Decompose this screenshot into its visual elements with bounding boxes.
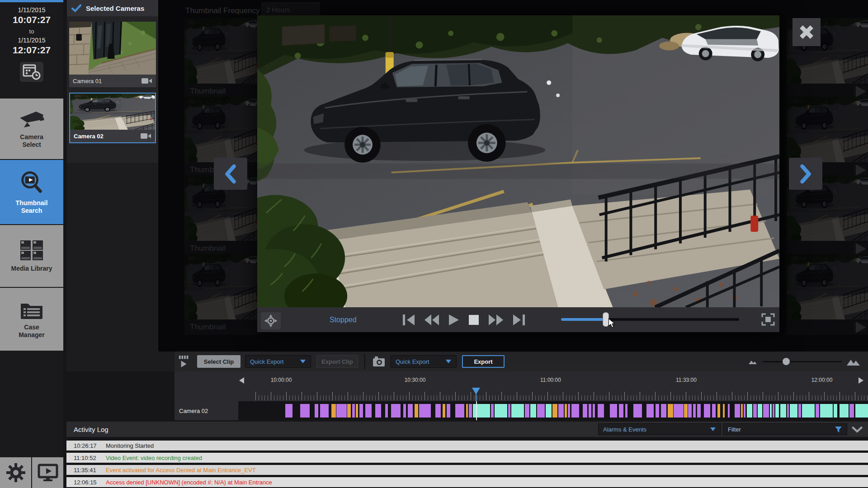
timeline-activity-segment <box>320 404 329 418</box>
previous-thumbnail-button[interactable] <box>214 158 247 190</box>
log-row[interactable]: 11:35:41 Event activated for Access Deni… <box>66 465 868 475</box>
main-sidebar: 1/11/2015 10:07:27 to 1/11/2015 12:07:27 <box>0 0 63 488</box>
timeline-activity-segment <box>717 404 720 418</box>
log-row[interactable]: 12:06:15 Access denied [UNKNOWN] (encode… <box>66 477 868 487</box>
timeline-zoom-slider[interactable] <box>763 361 842 362</box>
stop-button[interactable] <box>469 315 479 325</box>
settings-button[interactable] <box>0 457 31 488</box>
sidebar-accent-bar <box>0 0 63 2</box>
sidebar-item-thumbnail-search[interactable]: Thumbnail Search <box>0 160 63 224</box>
collapse-log-button[interactable] <box>851 426 863 433</box>
timeline-activity-segment <box>365 404 372 418</box>
timeline-activity-segment <box>741 404 743 418</box>
media-library-icon <box>19 239 44 261</box>
skip-end-button[interactable] <box>513 314 525 325</box>
calendar-clock-icon <box>23 64 41 80</box>
timeline-activity-segment <box>491 404 494 418</box>
timeline-activity-segment <box>537 404 545 418</box>
chevron-down-icon <box>300 359 306 364</box>
timeline-activity-segment <box>285 404 292 418</box>
timeline-activity-segment <box>633 404 642 418</box>
playback-status: Stopped <box>330 307 357 332</box>
timeline-scroll-right-button[interactable] <box>858 377 864 384</box>
range-start-date: 1/11/2015 <box>0 6 63 14</box>
timeline-activity-segment <box>704 404 710 418</box>
fast-forward-button[interactable] <box>489 314 503 325</box>
timeline-activity-segment <box>419 404 431 418</box>
speed-slider[interactable] <box>561 318 739 321</box>
timeline-activity-segment <box>315 404 318 418</box>
track-playhead-line <box>476 401 477 420</box>
camera-name: Camera 02 <box>74 133 104 140</box>
export-button[interactable]: Export <box>462 355 505 368</box>
log-row[interactable]: 11:10:52 Video Event: video recording cr… <box>66 453 868 463</box>
timeline-scroll-left-button[interactable] <box>238 377 245 384</box>
timeline-ruler[interactable] <box>255 389 868 400</box>
timeline-activity-segment <box>508 404 510 418</box>
timeline-playhead-stem <box>476 393 476 401</box>
close-button[interactable] <box>793 18 821 46</box>
timeline-activity-segment <box>735 404 740 418</box>
select-clip-button[interactable]: Select Clip <box>197 355 241 368</box>
video-frame[interactable] <box>257 15 779 307</box>
timeline-activity-segment <box>525 404 529 418</box>
timeline-activity-segment <box>455 404 464 418</box>
rewind-button[interactable] <box>425 314 439 325</box>
timeline-activity-segment <box>693 404 696 418</box>
toolbar-divider <box>364 354 365 369</box>
timeline-activity-segment <box>558 404 564 418</box>
play-button[interactable] <box>449 314 459 325</box>
timeline-activity-segment <box>565 404 567 418</box>
quick-export-snapshot-dropdown[interactable]: Quick Export <box>391 355 457 368</box>
monitor-view-button[interactable] <box>32 457 63 488</box>
sidebar-item-media-library[interactable]: Media Library <box>0 225 63 287</box>
camera-tile-01[interactable]: Camera 01 <box>69 22 156 87</box>
speed-slider-fill <box>561 318 605 321</box>
timeline-activity-segment <box>359 404 363 418</box>
skip-start-button[interactable] <box>403 314 415 325</box>
log-time: 12:06:15 <box>66 479 106 486</box>
timeline-activity-segment <box>415 404 418 418</box>
chevron-down-icon <box>710 427 716 432</box>
timeline-activity-segment <box>684 404 688 418</box>
chevron-left-icon <box>223 164 238 184</box>
timeline-activity-segment <box>849 404 854 418</box>
log-row[interactable]: 10:26:17 Monitoring Started <box>66 441 868 450</box>
alarms-events-label: Alarms & Events <box>603 426 646 433</box>
timeline-activity-segment <box>571 404 579 418</box>
timeline-activity-segment <box>300 404 310 418</box>
quick-export-video-dropdown[interactable]: Quick Export <box>245 355 311 368</box>
camera-tile-02[interactable]: Camera 02 <box>69 93 156 143</box>
range-end-time: 12:07:27 <box>0 45 63 56</box>
pan-arrows-icon <box>264 314 278 328</box>
range-separator: to <box>0 28 63 35</box>
filter-input[interactable]: Filter <box>723 423 847 435</box>
timeline-activity-segment <box>352 404 355 418</box>
timeline-activity-segment <box>834 404 837 418</box>
log-time: 10:26:17 <box>66 442 106 449</box>
selected-cameras-title: Selected Cameras <box>86 5 144 12</box>
timeline-activity-segment <box>530 404 536 418</box>
timeline-activity-segment <box>435 404 441 418</box>
timeline-activity-segment <box>646 404 654 418</box>
close-icon <box>798 23 815 41</box>
selected-cameras-panel: Selected Cameras Camera 01 Camera 02 <box>67 0 158 352</box>
timeline-activity-segment <box>598 404 604 418</box>
timeline-track-bars[interactable] <box>238 401 868 420</box>
date-picker-button[interactable] <box>20 62 43 82</box>
timeline-activity-segment <box>546 404 552 418</box>
timeline-activity-segment <box>391 404 401 418</box>
next-thumbnail-button[interactable] <box>789 158 822 190</box>
timeline-activity-segment <box>625 404 627 418</box>
alarms-events-dropdown[interactable]: Alarms & Events <box>598 423 721 435</box>
timeline-zoom-thumb[interactable] <box>783 358 790 365</box>
pan-control-button[interactable] <box>261 312 281 329</box>
timeline-activity-segment <box>668 404 673 418</box>
timeline-activity-segment <box>763 404 769 418</box>
sidebar-item-case-manager[interactable]: Case Manager <box>0 288 63 351</box>
maximize-button[interactable] <box>761 313 775 328</box>
sidebar-item-camera-select[interactable]: Camera Select <box>0 99 63 159</box>
timeline-activity-segment <box>744 404 745 418</box>
export-clip-button[interactable]: Export Clip <box>316 355 358 368</box>
quick-export-video-label: Quick Export <box>250 358 283 365</box>
